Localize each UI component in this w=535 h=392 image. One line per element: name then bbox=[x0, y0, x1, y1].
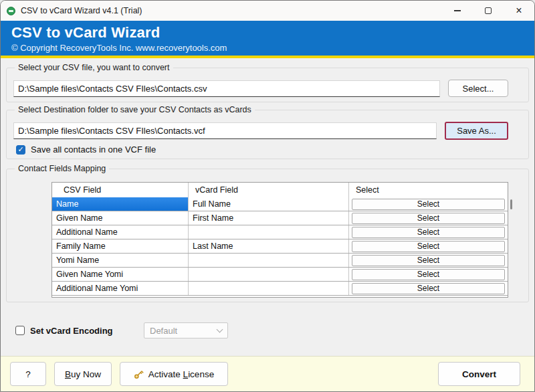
mapping-table: CSV Field vCard Field Select Name Full N… bbox=[51, 182, 508, 298]
window-title: CSV to vCard Wizard v4.1 (Trial) bbox=[21, 6, 442, 15]
vcard-field-cell[interactable] bbox=[189, 225, 349, 239]
csv-field-cell[interactable]: Yomi Name bbox=[52, 254, 189, 267]
app-header-copyright: © Copyright RecoveryTools Inc. www.recov… bbox=[11, 43, 534, 53]
csv-field-cell[interactable]: Name bbox=[52, 197, 189, 211]
chevron-down-icon bbox=[217, 326, 223, 332]
vcard-field-cell[interactable]: First Name bbox=[189, 211, 349, 225]
vcard-field-cell[interactable]: Full Name bbox=[189, 197, 349, 211]
row-select-button[interactable]: Select bbox=[352, 213, 505, 224]
help-button[interactable]: ? bbox=[10, 362, 46, 386]
row-select-button[interactable]: Select bbox=[352, 283, 505, 294]
destination-group-label: Select Destination folder to save your C… bbox=[15, 105, 255, 114]
column-header-select[interactable]: Select bbox=[349, 183, 508, 197]
convert-button[interactable]: Convert bbox=[438, 362, 520, 386]
maximize-icon bbox=[485, 7, 492, 14]
row-select-button[interactable]: Select bbox=[352, 241, 505, 252]
destination-groupbox: Select Destination folder to save your C… bbox=[6, 110, 529, 159]
table-header-row: CSV Field vCard Field Select bbox=[52, 183, 508, 197]
encoding-row: Set vCard Encoding Default bbox=[6, 302, 529, 338]
row-select-button[interactable]: Select bbox=[352, 269, 505, 280]
destination-path-input[interactable] bbox=[13, 122, 437, 139]
table-row[interactable]: Additional Name Select bbox=[52, 225, 508, 239]
key-icon bbox=[134, 369, 144, 379]
vcard-field-cell[interactable] bbox=[189, 254, 349, 267]
activate-license-button[interactable]: Activate License bbox=[120, 362, 228, 386]
encoding-dropdown[interactable]: Default bbox=[144, 322, 228, 338]
mapping-group-label: Contact Fields Mapping bbox=[15, 164, 109, 173]
source-file-group-label: Select your CSV file, you want to conver… bbox=[15, 63, 173, 72]
table-scrollbar-thumb[interactable] bbox=[510, 199, 512, 209]
mapping-groupbox: Contact Fields Mapping CSV Field vCard F… bbox=[6, 169, 529, 302]
row-select-button[interactable]: Select bbox=[352, 255, 505, 266]
close-icon: × bbox=[516, 5, 522, 16]
row-select-button[interactable]: Select bbox=[352, 199, 505, 210]
source-file-groupbox: Select your CSV file, you want to conver… bbox=[6, 68, 529, 102]
csv-file-path-input[interactable] bbox=[13, 80, 440, 97]
maximize-button[interactable] bbox=[473, 1, 504, 21]
table-row[interactable]: Family Name Last Name Select bbox=[52, 239, 508, 254]
app-icon bbox=[7, 7, 15, 15]
footer-bar: ? Buy Now Activate License Convert bbox=[1, 356, 534, 391]
table-row[interactable]: Name Full Name Select bbox=[52, 197, 508, 211]
app-header-title: CSV to vCard Wizard bbox=[11, 24, 534, 41]
csv-field-cell[interactable]: Given Name bbox=[52, 211, 189, 225]
save-as-button[interactable]: Save As... bbox=[445, 122, 508, 140]
save-one-vcf-checkbox[interactable]: ✓ bbox=[16, 145, 25, 155]
minimize-button[interactable] bbox=[442, 1, 473, 21]
csv-field-cell[interactable]: Family Name bbox=[52, 239, 189, 253]
select-csv-file-button[interactable]: Select... bbox=[448, 80, 508, 97]
csv-field-cell[interactable]: Additional Name Yomi bbox=[52, 282, 189, 295]
encoding-dropdown-value: Default bbox=[150, 326, 217, 336]
app-window: CSV to vCard Wizard v4.1 (Trial) × CSV t… bbox=[0, 0, 535, 392]
row-select-button[interactable]: Select bbox=[352, 227, 505, 238]
table-row[interactable]: Given Name First Name Select bbox=[52, 211, 508, 225]
vcard-field-cell[interactable]: Last Name bbox=[189, 239, 349, 253]
title-bar: CSV to vCard Wizard v4.1 (Trial) × bbox=[1, 1, 534, 21]
checkmark-icon: ✓ bbox=[17, 146, 23, 153]
close-button[interactable]: × bbox=[504, 1, 534, 21]
csv-field-cell[interactable]: Given Name Yomi bbox=[52, 268, 189, 281]
app-header: CSV to vCard Wizard © Copyright Recovery… bbox=[1, 21, 534, 56]
main-content: Select your CSV file, you want to conver… bbox=[1, 58, 534, 356]
csv-field-cell[interactable]: Additional Name bbox=[52, 225, 189, 239]
buy-now-button[interactable]: Buy Now bbox=[54, 362, 112, 386]
set-encoding-label: Set vCard Encoding bbox=[30, 326, 120, 336]
vcard-field-cell[interactable] bbox=[189, 282, 349, 295]
vcard-field-cell[interactable] bbox=[189, 268, 349, 281]
minimize-icon bbox=[454, 10, 461, 11]
save-one-vcf-label: Save all contacts in one VCF file bbox=[31, 144, 156, 155]
set-encoding-checkbox[interactable] bbox=[15, 326, 25, 335]
table-row[interactable]: Given Name Yomi Select bbox=[52, 268, 508, 282]
table-row[interactable]: Additional Name Yomi Select bbox=[52, 282, 508, 296]
column-header-vcard-field[interactable]: vCard Field bbox=[189, 183, 349, 197]
column-header-csv-field[interactable]: CSV Field bbox=[52, 183, 189, 197]
table-row[interactable]: Yomi Name Select bbox=[52, 254, 508, 268]
